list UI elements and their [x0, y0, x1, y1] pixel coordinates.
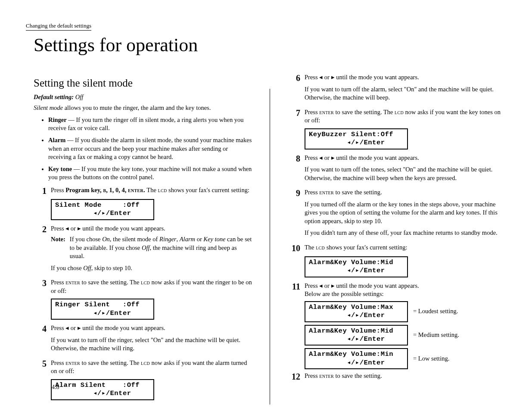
step-10: 10 The lcd shows your fax's current sett… [287, 243, 506, 253]
volume-min-row: Alarm&Key Volume:Min ◂/▸/Enter = Low set… [305, 348, 506, 369]
t: Press ◂ or ▸ until the mode you want app… [305, 282, 506, 290]
section-title: Setting the silent mode [34, 76, 252, 90]
step-9: 9 Press enter to save the setting. If yo… [287, 188, 506, 241]
t: lcd [316, 244, 325, 251]
skip-text: If you chose Off, skip to step 10. [51, 264, 252, 273]
t: Ringer [159, 236, 176, 243]
def-name: Ringer [48, 116, 67, 123]
t: lcd [158, 187, 167, 193]
def-ringer: Ringer — If you turn the ringer off in s… [48, 116, 252, 133]
t: The [145, 187, 158, 193]
step-number: 8 [287, 154, 300, 186]
right-column: 6 Press ◂ or ▸ until the mode you want a… [287, 71, 506, 405]
lcd-alarm-silent: Alarm Silent :Off ◂/▸/Enter [51, 379, 154, 400]
step-number: 9 [287, 188, 300, 241]
t: , skip to step 10. [91, 265, 132, 271]
t: Press [305, 372, 319, 379]
step-4: 4 Press ◂ or ▸ until the mode you want a… [34, 324, 252, 356]
step-7: 7 Press enter to save the setting. The l… [287, 108, 506, 125]
intro-rest: allows you to mute the ringer, the alarm… [63, 104, 211, 111]
step-2: 2 Press ◂ or ▸ until the mode you want a… [34, 224, 252, 276]
t: Press ◂ or ▸ until the mode you want app… [305, 154, 506, 162]
lcd-volume-max: Alarm&Key Volume:Max ◂/▸/Enter [305, 301, 408, 322]
step-number: 4 [34, 324, 47, 356]
t: or [195, 236, 203, 243]
t: enter [319, 189, 334, 196]
t: , the silent mode of [110, 236, 159, 243]
t: enter [65, 279, 80, 286]
def-keytone: Key tone — If you mute the key tone, you… [48, 165, 252, 182]
definition-list: Ringer — If you turn the ringer off in s… [34, 116, 252, 182]
step-number: 12 [287, 372, 300, 381]
t: The [305, 244, 316, 251]
t: Press ◂ or ▸ until the mode you want app… [305, 73, 506, 82]
t: lcd [395, 109, 404, 115]
t: On [102, 236, 110, 243]
note-label: Note: [51, 235, 65, 261]
t: If you chose [51, 265, 83, 271]
t: Press ◂ or ▸ until the mode you want app… [51, 224, 252, 233]
t: to save the setting. The [334, 109, 395, 115]
t: Press [51, 187, 65, 193]
intro-text: Silent mode allows you to mute the ringe… [34, 104, 252, 112]
t: Off [142, 244, 150, 251]
t: , [177, 236, 180, 243]
t: Key tone [203, 236, 225, 243]
step-11: 11 Press ◂ or ▸ until the mode you want … [287, 282, 506, 299]
page-title: Settings for operation [34, 32, 506, 58]
step-number: 2 [34, 224, 47, 276]
def-name: Key tone [48, 165, 72, 172]
note-text: If you chose On, the silent mode of Ring… [70, 235, 252, 261]
step-3: 3 Press enter to save the setting. The l… [34, 278, 252, 295]
t: If you didn't turn any of these off, you… [305, 229, 506, 237]
volume-mid-caption: = Medium setting. [413, 331, 459, 339]
step-number: 11 [287, 282, 300, 299]
default-setting: Default setting: Off [34, 93, 252, 102]
def-alarm: Alarm — If you disable the alarm in sile… [48, 136, 252, 162]
t: to save the setting. The [80, 359, 141, 366]
t: to save the setting. The [80, 279, 141, 286]
volume-mid-row: Alarm&Key Volume:Mid ◂/▸/Enter = Medium … [305, 325, 506, 346]
default-label: Default setting: [34, 93, 74, 100]
def-text: — If you turn the ringer off in silent m… [48, 116, 244, 132]
volume-min-caption: = Low setting. [413, 355, 449, 363]
t: shows your fax's current setting: [167, 187, 249, 193]
page-number: 4.8 [52, 383, 59, 392]
volume-max-row: Alarm&Key Volume:Max ◂/▸/Enter = Loudest… [305, 301, 506, 322]
t: If you turned off the alarm or the key t… [305, 200, 506, 226]
lcd-volume-mid: Alarm&Key Volume:Mid ◂/▸/Enter [305, 325, 408, 346]
left-column: Setting the silent mode Default setting:… [34, 71, 252, 405]
default-value: Off [75, 93, 84, 100]
t: If you chose [70, 236, 102, 243]
step-number: 10 [287, 243, 300, 253]
t: enter [319, 109, 334, 115]
step-12: 12 Press enter to save the setting. [287, 372, 506, 381]
t: Press [305, 109, 319, 115]
t: Press [51, 359, 65, 366]
def-text: — If you disable the alarm in silent mod… [48, 137, 252, 160]
breadcrumb: Changing the default settings [26, 22, 91, 31]
t: enter [319, 372, 334, 379]
lcd-alarmkey-volume: Alarm&Key Volume:Mid ◂/▸/Enter [305, 256, 408, 277]
t: , 1, 0, 4, [106, 187, 128, 193]
t: enter. [128, 187, 145, 193]
intro-em: Silent mode [34, 104, 63, 111]
step-number: 6 [287, 73, 300, 106]
t: lcd [141, 279, 150, 286]
t: Below are the possible settings: [305, 290, 506, 299]
t: to save the setting. [334, 372, 382, 379]
t: Press [305, 189, 319, 196]
lcd-silent-mode: Silent Mode :Off ◂/▸/Enter [51, 199, 154, 220]
step-6: 6 Press ◂ or ▸ until the mode you want a… [287, 73, 506, 106]
t: lcd [141, 359, 150, 366]
t: Press ◂ or ▸ until the mode you want app… [51, 324, 252, 333]
t: Program key, [65, 187, 103, 193]
volume-max-caption: = Loudest setting. [413, 307, 458, 316]
t: Off [83, 265, 91, 271]
def-text: — If you mute the key tone, your machine… [48, 165, 252, 181]
step-number: 1 [34, 186, 47, 196]
lcd-keybuzzer-silent: KeyBuzzer Silent:Off ◂/▸/Enter [305, 128, 408, 149]
step-1: 1 Press Program key, b, 1, 0, 4, enter. … [34, 186, 252, 196]
lcd-ringer-silent: Ringer Silent :Off ◂/▸/Enter [51, 299, 154, 320]
t: enter [65, 359, 80, 366]
